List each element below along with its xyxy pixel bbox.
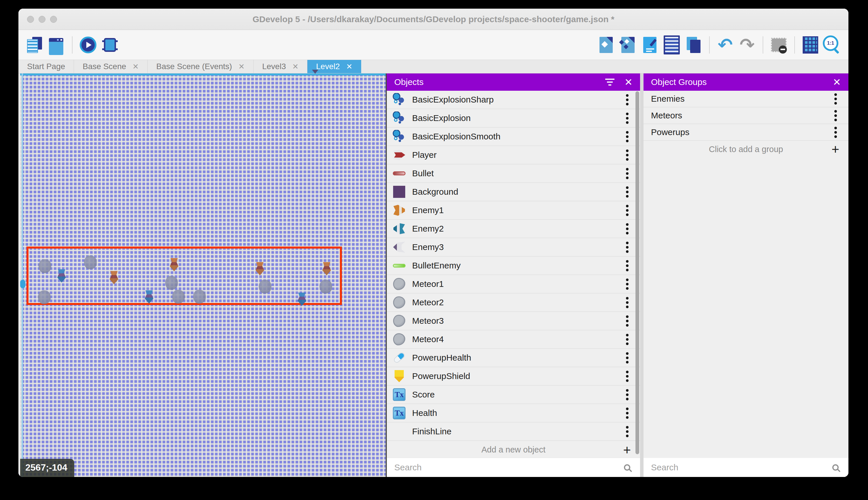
object-menu-icon[interactable] (626, 430, 629, 433)
tab-base-scene-events-[interactable]: Base Scene (Events)✕ (148, 60, 254, 73)
object-name: BasicExplosion (412, 113, 471, 123)
object-menu-icon[interactable] (626, 135, 629, 138)
canvas-horizontal-scrollbar[interactable] (20, 73, 386, 76)
object-menu-icon[interactable] (626, 356, 629, 359)
object-row-powerupshield[interactable]: PowerupShield (387, 367, 640, 386)
group-row-enemies[interactable]: Enemies (644, 91, 848, 107)
meteor-instance[interactable] (172, 290, 185, 304)
add-object-label: Add a new object (481, 445, 546, 454)
panels-divider[interactable] (640, 73, 644, 477)
objects-list-scrollbar[interactable] (635, 91, 639, 454)
meteor-instance[interactable] (165, 276, 178, 290)
group-row-powerups[interactable]: Powerups (644, 124, 848, 141)
objects-panel: Objects ✕ BasicExplosionSharpBasicExplos… (387, 73, 640, 477)
object-row-health[interactable]: Health (387, 404, 640, 422)
canvas-vertical-scrollbar-track[interactable] (22, 73, 23, 477)
object-row-player[interactable]: Player (387, 146, 640, 164)
minimize-window-button[interactable] (38, 16, 46, 23)
filter-icon[interactable] (605, 79, 615, 86)
add-object-row[interactable]: Add a new object + (387, 442, 640, 458)
objects-panel-close-icon[interactable]: ✕ (624, 77, 633, 87)
group-menu-icon[interactable] (834, 114, 837, 117)
close-window-button[interactable] (27, 16, 34, 23)
redo-icon[interactable] (739, 36, 756, 54)
tab-level2[interactable]: Level2✕ (307, 60, 361, 73)
object-menu-icon[interactable] (626, 264, 629, 267)
object-row-meteor1[interactable]: Meteor1 (387, 275, 640, 294)
meteor-instance[interactable] (38, 259, 51, 273)
object-menu-icon[interactable] (626, 320, 629, 322)
group-menu-icon[interactable] (834, 98, 837, 100)
objects-search-input[interactable] (394, 462, 619, 473)
meteor-instance[interactable] (193, 290, 206, 304)
tab-close-icon[interactable]: ✕ (238, 62, 245, 71)
object-row-enemy3[interactable]: Enemy3 (387, 238, 640, 257)
object-row-basicexplosionsharp[interactable]: BasicExplosionSharp (387, 91, 640, 109)
grid-icon[interactable] (802, 36, 819, 54)
object-groups-panel-close-icon[interactable]: ✕ (833, 77, 841, 87)
mask-icon[interactable] (770, 36, 787, 54)
meteor-instance[interactable] (84, 255, 97, 269)
groups-editor-icon[interactable] (619, 36, 637, 54)
tab-start-page[interactable]: Start Page (19, 60, 74, 73)
object-row-bullet[interactable]: Bullet (387, 164, 640, 183)
meteor-instance[interactable] (38, 290, 51, 304)
object-row-basicexplosion[interactable]: BasicExplosion (387, 109, 640, 128)
scene-window-icon[interactable] (48, 36, 65, 54)
tab-close-icon[interactable]: ✕ (132, 62, 139, 71)
object-menu-icon[interactable] (626, 394, 629, 396)
group-name: Powerups (651, 127, 689, 137)
object-menu-icon[interactable] (626, 412, 629, 414)
tab-level3[interactable]: Level3✕ (254, 60, 307, 73)
object-row-meteor2[interactable]: Meteor2 (387, 294, 640, 312)
object-row-poweruphealth[interactable]: PowerupHealth (387, 349, 640, 367)
object-name: Enemy2 (412, 224, 444, 234)
object-row-enemy2[interactable]: Enemy2 (387, 220, 640, 238)
layers-icon[interactable] (685, 36, 702, 54)
add-group-plus-icon[interactable]: + (831, 143, 839, 156)
objects-editor-icon[interactable] (597, 36, 615, 54)
object-menu-icon[interactable] (626, 375, 629, 378)
object-row-bulletenemy[interactable]: BulletEnemy (387, 257, 640, 275)
meteor-instance[interactable] (259, 280, 271, 294)
object-row-basicexplosionsmooth[interactable]: BasicExplosionSmooth (387, 128, 640, 146)
scene-canvas[interactable]: 2567;-104 (19, 73, 386, 477)
object-row-score[interactable]: Score (387, 386, 640, 404)
canvas-vertical-scrollbar-thumb[interactable] (20, 280, 25, 288)
object-menu-icon[interactable] (626, 117, 629, 120)
meteor-instance[interactable] (319, 280, 332, 294)
group-menu-icon[interactable] (834, 131, 837, 134)
explosion-object-icon (392, 93, 406, 106)
object-row-background[interactable]: Background (387, 183, 640, 201)
object-menu-icon[interactable] (626, 338, 629, 341)
add-group-row[interactable]: Click to add a group + (644, 141, 848, 158)
object-menu-icon[interactable] (626, 154, 629, 156)
object-menu-icon[interactable] (626, 99, 629, 101)
play-icon[interactable] (80, 36, 97, 54)
object-menu-icon[interactable] (626, 191, 629, 193)
properties-icon[interactable] (641, 36, 658, 54)
object-menu-icon[interactable] (626, 283, 629, 285)
group-row-meteors[interactable]: Meteors (644, 107, 848, 124)
tab-close-icon[interactable]: ✕ (346, 62, 353, 71)
object-row-enemy1[interactable]: Enemy1 (387, 201, 640, 220)
object-menu-icon[interactable] (626, 209, 629, 212)
object-menu-icon[interactable] (626, 172, 629, 175)
object-menu-icon[interactable] (626, 301, 629, 304)
maximize-window-button[interactable] (50, 16, 57, 23)
enemy3-object-icon (392, 240, 406, 254)
object-menu-icon[interactable] (626, 246, 629, 249)
zoom-1-1-icon[interactable] (824, 36, 841, 54)
object-row-meteor3[interactable]: Meteor3 (387, 312, 640, 330)
add-object-plus-icon[interactable]: + (623, 443, 631, 456)
tab-base-scene[interactable]: Base Scene✕ (74, 60, 148, 73)
instances-list-icon[interactable] (663, 36, 680, 54)
tab-close-icon[interactable]: ✕ (292, 62, 298, 71)
project-manager-icon[interactable] (26, 36, 43, 54)
groups-search-input[interactable] (650, 462, 828, 473)
object-row-finishline[interactable]: FinishLine (387, 422, 640, 441)
debug-icon[interactable] (101, 36, 119, 54)
object-row-meteor4[interactable]: Meteor4 (387, 330, 640, 349)
undo-icon[interactable] (717, 36, 734, 54)
object-menu-icon[interactable] (626, 228, 629, 230)
